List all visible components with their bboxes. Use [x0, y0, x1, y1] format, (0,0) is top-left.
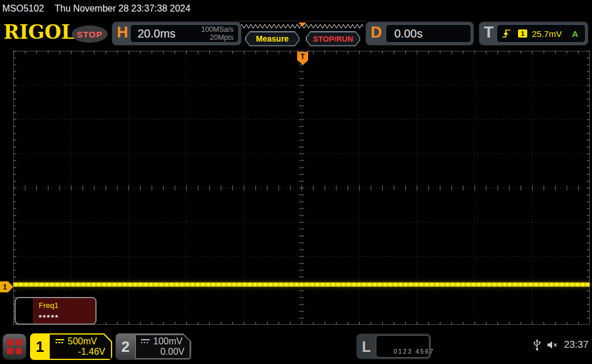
trigger-settings-group[interactable]: T 1 25.7mV A — [479, 21, 589, 46]
rigol-logo: RIGOL — [3, 21, 75, 43]
datetime-text: Thu November 28 23:37:38 2024 — [55, 3, 191, 13]
horizontal-settings-group[interactable]: H 20.0ms 100MSa/s 20Mpts — [112, 21, 242, 46]
channel1-number: 1 — [30, 333, 50, 360]
memory-depth: 20Mpts — [210, 34, 234, 42]
delay-value: 0.00s — [394, 27, 423, 40]
trigger-source-badge: 1 — [518, 29, 527, 38]
channel1-scale: 500mV — [68, 336, 97, 347]
channel1-trace — [13, 283, 590, 287]
measurement-value: ***** — [39, 313, 59, 322]
clock-text: 23:37 — [564, 339, 589, 351]
waveform-preview-strip[interactable] — [238, 21, 367, 31]
status-icons: 23:37 — [533, 339, 589, 351]
logic-label: L — [362, 339, 371, 355]
channel1-offset: -1.46V — [50, 347, 111, 357]
oscilloscope-screen: MSO5102 Thu November 28 23:37:38 2024 RI… — [0, 0, 592, 364]
measure-button[interactable]: Measure — [245, 31, 299, 46]
run-state-badge: STOP — [72, 25, 108, 43]
trigger-label: T — [484, 24, 494, 42]
timebase-value: 20.0ms — [138, 27, 176, 40]
acquisition-info: 100MSa/s 20Mpts — [201, 25, 234, 42]
channel2-number: 2 — [116, 333, 135, 360]
trigger-marker-label: T — [297, 52, 308, 61]
trigger-marker-tail — [298, 61, 308, 65]
logic-channel-numbers: 0 1 2 3 4 5 6 7 8 9 10 11 12 13 14 15 — [376, 335, 430, 358]
stop-run-button[interactable]: STOP/RUN — [306, 31, 360, 46]
trigger-level-value: 25.7mV — [532, 29, 562, 39]
dc-coupling-icon — [56, 339, 64, 344]
model-name: MSO5102 — [2, 3, 44, 13]
channel1-ground-marker[interactable]: 1 — [0, 281, 13, 292]
channel2-offset: 0.00V — [135, 347, 190, 357]
trigger-sweep-mode: A — [572, 29, 578, 39]
horizontal-label: H — [117, 24, 128, 42]
logic-row-1: 0 1 2 3 4 5 6 7 — [394, 348, 433, 355]
top-info-bar: MSO5102 Thu November 28 23:37:38 2024 — [0, 0, 592, 17]
channel2-badge[interactable]: 2 100mV 0.00V — [116, 333, 191, 360]
logic-channels-badge[interactable]: L 0 1 2 3 4 5 6 7 8 9 10 11 12 13 14 15 — [356, 333, 431, 359]
trigger-position-marker[interactable]: T — [297, 51, 309, 65]
sample-rate: 100MSa/s — [201, 25, 234, 34]
delay-settings-group[interactable]: D 0.00s — [365, 21, 474, 46]
rising-edge-icon — [502, 28, 511, 39]
measurement-item-freq1[interactable]: Freq1 ***** — [14, 297, 97, 325]
usb-icon — [533, 339, 541, 351]
channel1-badge[interactable]: 1 500mV -1.46V — [30, 333, 112, 360]
speaker-muted-icon — [546, 340, 558, 350]
preview-zigzag-icon — [238, 21, 367, 31]
red-squares-icon — [7, 339, 22, 354]
bottom-status-bar: 1 500mV -1.46V 2 100mV 0.00V L — [0, 329, 592, 364]
dc-coupling-icon — [141, 339, 150, 344]
delay-label: D — [371, 24, 382, 42]
channel2-scale: 100mV — [153, 336, 183, 347]
header-bar: RIGOL STOP H 20.0ms 100MSa/s 20Mpts Meas… — [0, 17, 592, 49]
measurement-name: Freq1 — [39, 301, 58, 310]
quick-menu-button[interactable] — [2, 333, 27, 360]
